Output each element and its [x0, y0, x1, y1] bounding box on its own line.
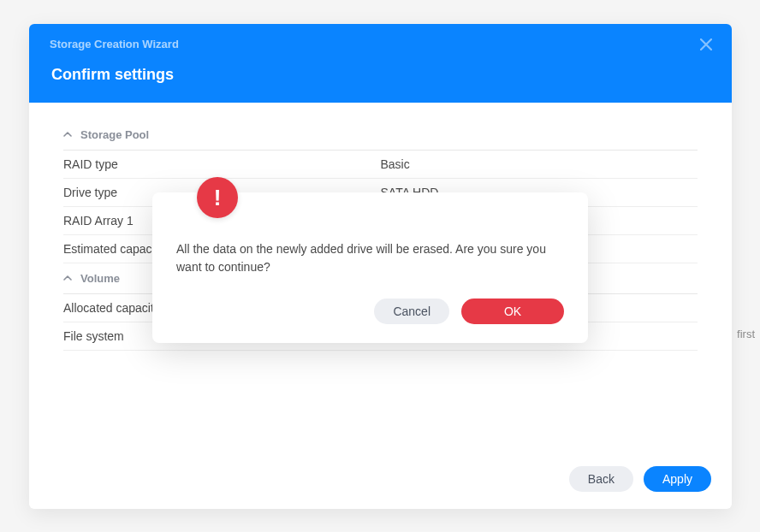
- confirm-dialog: ! All the data on the newly added drive …: [152, 192, 588, 343]
- warning-icon: !: [197, 177, 238, 218]
- dialog-message: All the data on the newly added drive wi…: [176, 240, 564, 276]
- modal-overlay: ! All the data on the newly added drive …: [0, 0, 760, 532]
- ok-button[interactable]: OK: [461, 299, 564, 324]
- cancel-button[interactable]: Cancel: [374, 299, 449, 324]
- dialog-actions: Cancel OK: [176, 299, 564, 324]
